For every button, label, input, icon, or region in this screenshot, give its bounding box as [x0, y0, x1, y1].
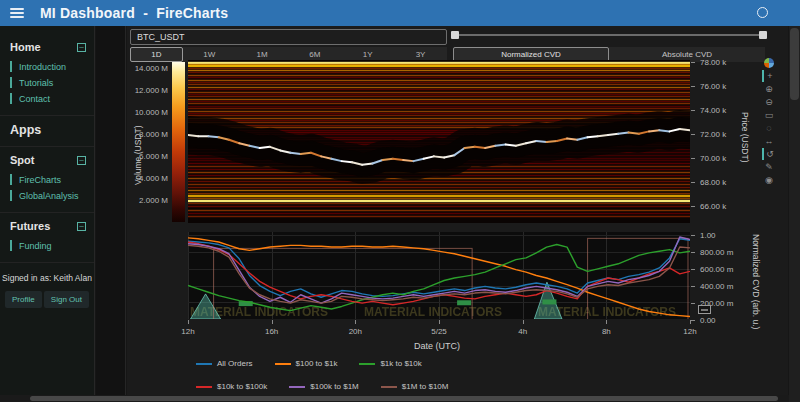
legend-row-2: $10k to $100k$100k to $1M$1M to $10M	[196, 382, 448, 391]
sidebar-item-firecharts[interactable]: FireCharts	[10, 174, 88, 185]
active-indicator-bar	[10, 61, 12, 72]
x-tick-label: 4h	[503, 327, 543, 336]
symbol-input[interactable]	[130, 29, 447, 45]
box-select-icon[interactable]: ▭	[762, 109, 776, 121]
app-title: MI Dashboard - FireCharts	[40, 5, 228, 21]
chart-modebar: +⊕⊖▭◌↔↺✎◉	[762, 57, 778, 186]
profile-button[interactable]: Profile	[5, 291, 42, 308]
volume-tick-label: 14.000 M	[126, 64, 168, 73]
sidebar-header-home[interactable]: Home–	[8, 38, 88, 56]
tick-mark	[691, 320, 695, 321]
sidebar-item-contact[interactable]: Contact	[10, 93, 88, 104]
pan-icon[interactable]: +	[762, 70, 776, 82]
legend-item-all-orders[interactable]: All Orders	[196, 359, 253, 368]
x-tick-label: 8h	[586, 327, 626, 336]
sign-out-button[interactable]: Sign Out	[44, 291, 89, 308]
tick-mark	[691, 134, 695, 135]
tick-mark	[691, 206, 695, 207]
x-tick-label: 12h	[670, 327, 710, 336]
sidebar-gap	[96, 26, 126, 402]
slider-handle-right[interactable]	[759, 31, 767, 39]
tick-mark	[691, 303, 695, 304]
price-tick-label: 68.00 k	[700, 178, 726, 187]
active-indicator-bar	[10, 240, 12, 251]
sidebar: Home–IntroductionTutorialsContactAppsSpo…	[0, 26, 95, 402]
sidebar-section-apps: Apps	[0, 116, 94, 147]
price-tick-label: 78.00 k	[700, 58, 726, 67]
sidebar-item-tutorials[interactable]: Tutorials	[10, 77, 88, 88]
firechart-heatmap[interactable]	[188, 60, 690, 223]
price-tick-label: 72.00 k	[700, 130, 726, 139]
sidebar-header-label: Spot	[10, 154, 34, 166]
tick-mark	[691, 235, 695, 236]
cvd-axis-title: Normalized CVD (arb. u.)	[751, 234, 761, 329]
zoom-out-icon[interactable]: ⊖	[762, 96, 776, 108]
annotation-box[interactable]	[698, 305, 711, 314]
x-tick-label: 12h	[168, 327, 208, 336]
active-indicator-bar	[10, 93, 12, 104]
horizontal-scrollbar[interactable]	[0, 395, 789, 402]
tick-mark	[691, 269, 695, 270]
slider-track[interactable]	[453, 34, 765, 36]
tick-mark	[691, 158, 695, 159]
camera-icon[interactable]: ◉	[762, 174, 776, 186]
volume-tick-label: 10.000 M	[126, 108, 168, 117]
sidebar-header-futures[interactable]: Futures–	[8, 217, 88, 235]
volume-tick-label: 8.000 M	[126, 130, 168, 139]
legend-color-dash	[381, 386, 397, 388]
sidebar-item-introduction[interactable]: Introduction	[10, 61, 88, 72]
vertical-scrollbar[interactable]	[789, 26, 800, 402]
legend-color-dash	[359, 363, 375, 365]
lasso-select-icon[interactable]: ◌	[762, 122, 776, 134]
sidebar-buttons: ProfileSign Out	[0, 283, 94, 308]
legend-label: $1k to $10k	[380, 359, 421, 368]
tick-mark	[691, 86, 695, 87]
slider-handle-left[interactable]	[451, 31, 459, 39]
collapse-icon[interactable]: –	[77, 222, 86, 231]
draw-icon[interactable]: ✎	[762, 161, 776, 173]
legend-label: $100k to $1M	[310, 382, 358, 391]
cvd-tick-label: 800.00 m	[700, 248, 733, 257]
legend-item--100-to-1k[interactable]: $100 to $1k	[275, 359, 338, 368]
sidebar-item-label: Contact	[19, 94, 50, 104]
legend-item--1m-to-10m[interactable]: $1M to $10M	[381, 382, 449, 391]
collapse-icon[interactable]: –	[77, 43, 86, 52]
volume-tick-label: 12.000 M	[126, 86, 168, 95]
hamburger-menu-icon[interactable]	[10, 8, 24, 18]
tick-mark	[439, 320, 440, 324]
legend-label: $1M to $10M	[402, 382, 449, 391]
price-tick-label: 76.00 k	[700, 82, 726, 91]
reset-axes-icon[interactable]: ↺	[762, 148, 776, 160]
sidebar-header-label: Apps	[10, 123, 41, 137]
price-axis-title: Price (USDT)	[740, 112, 750, 163]
horizontal-scrollbar-thumb[interactable]	[30, 396, 778, 401]
sidebar-section-home: Home–IntroductionTutorialsContact	[0, 34, 94, 116]
legend-color-dash	[275, 363, 291, 365]
status-circle-icon[interactable]	[757, 7, 768, 18]
tick-mark	[272, 320, 273, 324]
autoscale-icon[interactable]: ↔	[762, 135, 776, 147]
sidebar-header-spot[interactable]: Spot–	[8, 151, 88, 169]
timeframe-button-1d[interactable]: 1D	[130, 47, 183, 62]
active-indicator-bar	[10, 190, 12, 201]
price-tick-label: 66.00 k	[700, 202, 726, 211]
cvd-line-chart[interactable]	[188, 232, 690, 319]
cvd-tick-label: 1.00	[700, 231, 716, 240]
collapse-icon[interactable]: –	[77, 156, 86, 165]
sidebar-item-funding[interactable]: Funding	[10, 240, 88, 251]
plotly-logo-icon[interactable]	[764, 58, 774, 68]
zoom-in-icon[interactable]: ⊕	[762, 83, 776, 95]
legend-color-dash	[289, 386, 305, 388]
sidebar-item-label: Tutorials	[19, 78, 53, 88]
sidebar-item-globalanalysis[interactable]: GlobalAnalysis	[10, 190, 88, 201]
legend-item--1k-to-10k[interactable]: $1k to $10k	[359, 359, 421, 368]
price-tick-label: 74.00 k	[700, 106, 726, 115]
legend-item--100k-to-1m[interactable]: $100k to $1M	[289, 382, 358, 391]
time-range-slider[interactable]	[453, 29, 765, 41]
legend-item--10k-to-100k[interactable]: $10k to $100k	[196, 382, 267, 391]
vertical-scrollbar-thumb[interactable]	[790, 28, 799, 100]
sidebar-item-label: Introduction	[19, 62, 66, 72]
tick-mark	[691, 182, 695, 183]
sidebar-header-apps[interactable]: Apps	[8, 120, 88, 140]
legend-row-1: All Orders$100 to $1k$1k to $10k	[196, 359, 422, 368]
